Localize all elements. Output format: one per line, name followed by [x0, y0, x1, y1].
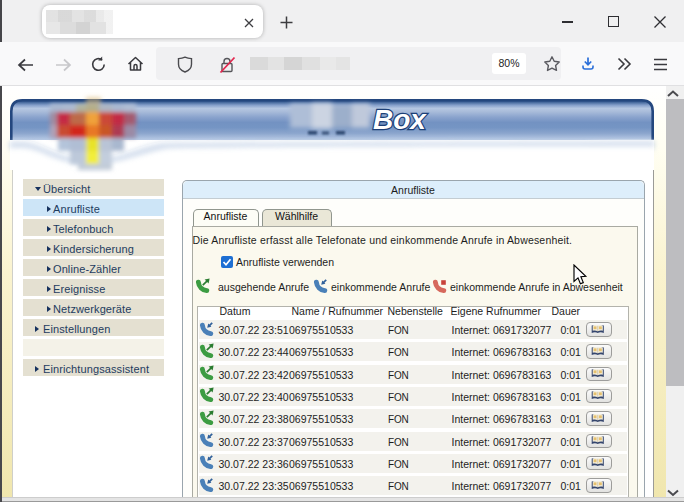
svg-text:Box: Box: [373, 104, 427, 135]
